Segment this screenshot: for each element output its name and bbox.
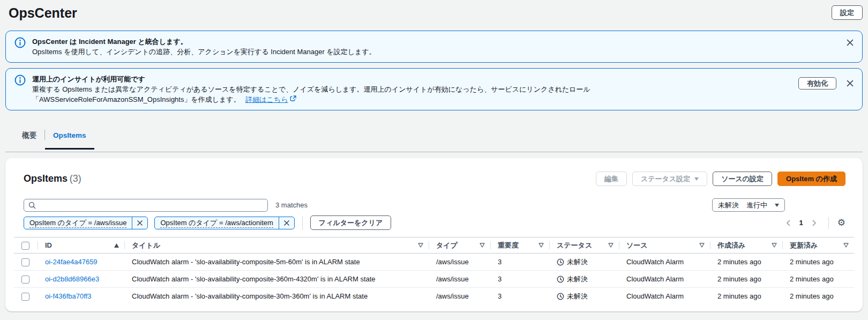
filter-chip: OpsItem のタイプ = /aws/issue [24,217,148,229]
enable-button[interactable]: 有効化 [798,77,836,90]
page-title: OpsCenter [9,5,77,21]
opsitem-id-link[interactable]: oi-d2b8d68966e3 [45,275,99,283]
search-icon [28,202,36,209]
status-badge: 未解決 [567,257,588,267]
card-title: OpsItems (3) [24,173,81,184]
external-link-icon [290,94,296,105]
pending-clock-icon [557,258,564,266]
sort-icon[interactable] [538,243,544,248]
row-checkbox[interactable] [21,258,29,266]
page-header: OpsCenter 設定 [0,0,868,25]
opsitem-id-link[interactable]: oi-f436fba70ff3 [45,292,92,300]
select-all-checkbox[interactable] [21,242,29,250]
prev-page-icon[interactable] [782,218,795,228]
clear-filters-button[interactable]: フィルターをクリア [310,215,391,230]
settings-button[interactable]: 設定 [832,5,863,20]
pagination: 1 ⚙ [782,217,848,229]
table-row: oi-f436fba70ff3 CloudWatch alarm - 'slo-… [14,288,854,305]
banner-title: 運用上のインサイトが利用可能です [32,74,790,84]
incident-manager-banner: OpsCenter は Incident Manager と統合します。 Ops… [5,31,863,63]
sort-icon[interactable] [608,243,613,248]
status-badge: 未解決 [567,292,588,301]
pending-clock-icon [557,276,564,283]
tab-overview[interactable]: 概要 [14,124,44,152]
banner-title: OpsCenter は Incident Manager と統合します。 [32,36,837,47]
filter-chip: OpsItem のタイプ = /aws/actionitem [154,217,294,229]
tab-opsitems[interactable]: OpsItems [45,124,94,152]
sort-icon[interactable] [480,243,485,248]
info-icon [14,75,26,87]
page-number[interactable]: 1 [797,219,805,227]
banner-description-line2: 「AWSServiceRoleForAmazonSSM_OpsInsights」… [32,94,790,105]
close-icon[interactable] [845,79,855,88]
remove-filter-icon[interactable] [132,217,147,229]
opsitems-card: OpsItems (3) 編集 ステータス設定 ソースの設定 OpsItem の… [5,158,863,311]
status-set-button[interactable]: ステータス設定 [632,172,707,186]
opsitems-table: ID タイトル タイプ 重要度 ステータス ソース 作成済み 更新済み oi-2… [14,237,854,305]
opsitem-id-link[interactable]: oi-24fae4a47659 [45,258,98,266]
banner-description: OpsItems を使用して、インシデントの追跡、分析、アクションを実行する I… [32,47,837,57]
status-badge: 未解決 [567,274,588,284]
learn-more-link[interactable]: 詳細はこちら [245,95,288,103]
status-filter-select[interactable]: 未解決 進行中 [712,198,785,212]
table-row: oi-24fae4a47659 CloudWatch alarm - 'slo-… [14,254,854,271]
chevron-down-icon [775,204,779,207]
chevron-down-icon [694,177,699,181]
info-icon [14,37,26,50]
banner-description-line1: 重複する OpsItems または異常なアクティビティがあるソースを特定すること… [32,84,790,94]
sort-icon[interactable] [699,243,705,248]
next-page-icon[interactable] [807,218,821,228]
tabs: 概要 OpsItems [5,124,863,152]
gear-icon[interactable]: ⚙ [836,217,847,228]
close-icon[interactable] [845,38,855,47]
row-checkbox[interactable] [21,293,29,301]
create-opsitem-button[interactable]: OpsItem の作成 [777,172,845,186]
search-input[interactable] [24,199,268,212]
sort-ascending-icon[interactable] [114,243,119,248]
item-count: (3) [70,173,81,184]
matches-count: 3 matches [275,201,308,209]
table-row: oi-d2b8d68966e3 CloudWatch alarm - 'slo-… [14,271,854,288]
remove-filter-icon[interactable] [279,217,294,229]
edit-button[interactable]: 編集 [596,172,627,186]
source-config-button[interactable]: ソースの設定 [713,172,772,186]
sort-icon[interactable] [418,243,423,248]
pending-clock-icon [557,293,564,300]
sort-icon[interactable] [772,243,777,248]
sort-icon[interactable] [843,243,849,248]
ops-insights-banner: 運用上のインサイトが利用可能です 重複する OpsItems または異常なアクテ… [5,68,863,110]
row-checkbox[interactable] [21,276,29,284]
